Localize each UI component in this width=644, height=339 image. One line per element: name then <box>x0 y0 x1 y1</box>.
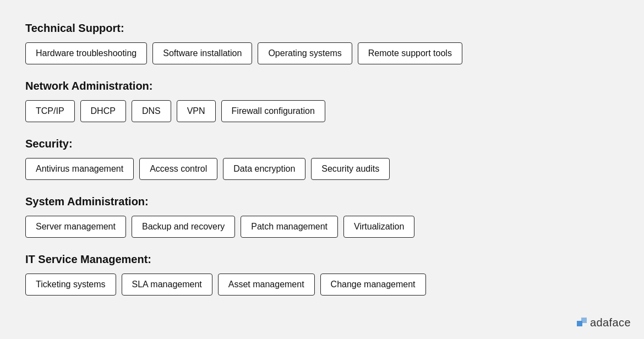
tags-security: Antivirus managementAccess controlData e… <box>25 158 619 180</box>
branding: adaface <box>577 316 631 329</box>
tag-security-audits[interactable]: Security audits <box>311 158 390 180</box>
tags-it-service-management: Ticketing systemsSLA managementAsset man… <box>25 274 619 296</box>
tags-technical-support: Hardware troubleshootingSoftware install… <box>25 42 619 64</box>
tag-ticketing-systems[interactable]: Ticketing systems <box>25 274 116 296</box>
main-content: Technical Support:Hardware troubleshooti… <box>0 0 644 333</box>
tag-vpn[interactable]: VPN <box>177 100 216 122</box>
tag-virtualization[interactable]: Virtualization <box>343 216 414 238</box>
tags-network-administration: TCP/IPDHCPDNSVPNFirewall configuration <box>25 100 619 122</box>
tag-antivirus-management[interactable]: Antivirus management <box>25 158 134 180</box>
section-network-administration: Network Administration:TCP/IPDHCPDNSVPNF… <box>25 80 619 122</box>
tag-data-encryption[interactable]: Data encryption <box>223 158 305 180</box>
tag-firewall-configuration[interactable]: Firewall configuration <box>221 100 325 122</box>
svg-rect-1 <box>581 318 587 323</box>
section-title-security: Security: <box>25 138 619 150</box>
section-title-network-administration: Network Administration: <box>25 80 619 92</box>
section-title-it-service-management: IT Service Management: <box>25 253 619 266</box>
tag-remote-support-tools[interactable]: Remote support tools <box>358 42 462 64</box>
section-technical-support: Technical Support:Hardware troubleshooti… <box>25 22 619 64</box>
section-title-technical-support: Technical Support: <box>25 22 619 35</box>
section-system-administration: System Administration:Server managementB… <box>25 195 619 238</box>
brand-name-label: adaface <box>590 316 631 329</box>
tag-software-installation[interactable]: Software installation <box>152 42 252 64</box>
tags-system-administration: Server managementBackup and recoveryPatc… <box>25 216 619 238</box>
tag-asset-management[interactable]: Asset management <box>218 274 315 296</box>
tag-hardware-troubleshooting[interactable]: Hardware troubleshooting <box>25 42 147 64</box>
tag-dhcp[interactable]: DHCP <box>80 100 126 122</box>
tag-sla-management[interactable]: SLA management <box>122 274 212 296</box>
tag-access-control[interactable]: Access control <box>139 158 217 180</box>
section-title-system-administration: System Administration: <box>25 195 619 208</box>
tag-server-management[interactable]: Server management <box>25 216 126 238</box>
tag-backup-and-recovery[interactable]: Backup and recovery <box>132 216 235 238</box>
tag-tcp-ip[interactable]: TCP/IP <box>25 100 75 122</box>
section-it-service-management: IT Service Management:Ticketing systemsS… <box>25 253 619 296</box>
tag-dns[interactable]: DNS <box>132 100 171 122</box>
tag-patch-management[interactable]: Patch management <box>241 216 338 238</box>
adaface-logo-icon <box>577 318 587 329</box>
tag-change-management[interactable]: Change management <box>320 274 426 296</box>
tag-operating-systems[interactable]: Operating systems <box>258 42 352 64</box>
section-security: Security:Antivirus managementAccess cont… <box>25 138 619 180</box>
